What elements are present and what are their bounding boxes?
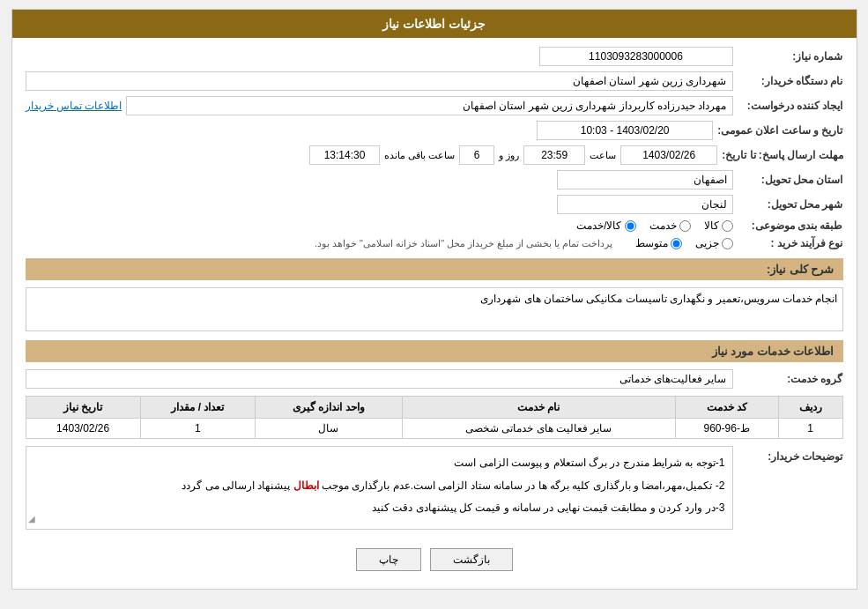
- announce-date-value: 1403/02/20 - 10:03: [537, 121, 713, 140]
- purchase-type-label: نوع فرآیند خرید :: [738, 237, 843, 249]
- print-button[interactable]: چاپ: [356, 548, 421, 571]
- deadline-time-label: ساعت: [590, 150, 616, 161]
- buyer-org-value: شهرداری زرین شهر استان اصفهان: [26, 71, 733, 91]
- note-link-ibtal: ابطال: [293, 479, 319, 492]
- page-title: جزئیات اطلاعات نیاز: [12, 10, 857, 38]
- button-row: بازگشت چاپ: [26, 539, 843, 580]
- radio-kala-khadamat-label: کالا/خدمت: [576, 219, 621, 232]
- province-label: استان محل تحویل:: [738, 174, 843, 186]
- col-header-date: تاریخ نیاز: [26, 397, 140, 419]
- request-number-label: شماره نیاز:: [738, 50, 843, 63]
- radio-matavasset-label: متوسط: [635, 237, 668, 249]
- radio-jozvi-label: جزیی: [695, 237, 719, 249]
- purchase-note: پرداخت تمام یا بخشی از مبلغ خریداز محل "…: [315, 238, 613, 249]
- deadline-date: 1403/02/26: [620, 145, 717, 165]
- province-value: اصفهان: [557, 170, 733, 189]
- col-header-code: کد خدمت: [675, 397, 778, 419]
- buyer-notes-label: توضیحات خریدار:: [738, 450, 843, 463]
- resize-handle-notes[interactable]: ◢: [28, 511, 35, 527]
- deadline-remaining-label: ساعت باقی مانده: [384, 150, 455, 161]
- table-cell-qty: 1: [140, 419, 255, 439]
- radio-jozvi[interactable]: [722, 238, 733, 249]
- col-header-name: نام خدمت: [402, 397, 675, 419]
- radio-matavasset[interactable]: [671, 238, 682, 249]
- deadline-remaining: 13:14:30: [309, 145, 380, 165]
- city-label: شهر محل تحویل:: [738, 198, 843, 211]
- deadline-days: 6: [459, 145, 494, 165]
- requester-value: مهرداد حیدرزاده کاربرداز شهرداری زرین شه…: [126, 96, 732, 115]
- buyer-org-label: نام دستگاه خریدار:: [738, 75, 843, 87]
- col-header-row: ردیف: [778, 397, 842, 419]
- table-cell-row: 1: [778, 419, 842, 439]
- category-radio-group: کالا خدمت کالا/خدمت: [26, 219, 733, 232]
- buyer-note-line-3: 3-در وارد کردن و مطابقت قیمت نهایی در سا…: [33, 499, 725, 518]
- services-table: ردیف کد خدمت نام خدمت واحد اندازه گیری ت…: [26, 396, 843, 439]
- deadline-time: 23:59: [523, 145, 585, 165]
- need-summary-section-header: شرح کلی نیاز:: [26, 258, 843, 280]
- radio-kala-label: کالا: [704, 219, 719, 232]
- request-number-value: 1103093283000006: [539, 47, 733, 66]
- table-cell-code: ط-96-960: [675, 419, 778, 439]
- purchase-type-radio-group: جزیی متوسط پرداخت تمام یا بخشی از مبلغ خ…: [26, 237, 733, 249]
- deadline-days-label: روز و: [499, 150, 519, 161]
- radio-khadamat-label: خدمت: [649, 219, 677, 232]
- city-value: لنجان: [557, 195, 733, 214]
- buyer-note-line-2: 2- تکمیل،مهر،امضا و بارگذاری کلیه برگه ه…: [33, 477, 725, 496]
- back-button[interactable]: بازگشت: [430, 548, 513, 571]
- service-group-label: گروه خدمت:: [738, 373, 843, 385]
- deadline-label: مهلت ارسال پاسخ: تا تاریخ:: [722, 149, 842, 161]
- col-header-unit: واحد اندازه گیری: [255, 397, 402, 419]
- buyer-notes-box: 1-توجه به شرایط مندرج در برگ استعلام و پ…: [26, 446, 733, 530]
- table-cell-name: سایر فعالیت های خدماتی شخصی: [402, 419, 675, 439]
- table-cell-unit: سال: [255, 419, 402, 439]
- service-group-value: سایر فعالیت‌های خدماتی: [26, 369, 733, 389]
- col-header-qty: تعداد / مقدار: [140, 397, 255, 419]
- buyer-note-line-1: 1-توجه به شرایط مندرج در برگ استعلام و پ…: [33, 454, 725, 473]
- requester-contact-link[interactable]: اطلاعات تماس خریدار: [26, 100, 122, 112]
- table-cell-date: 1403/02/26: [26, 419, 140, 439]
- radio-kala[interactable]: [722, 220, 733, 232]
- radio-kala-khadamat[interactable]: [625, 220, 636, 232]
- services-section-header: اطلاعات خدمات مورد نیاز: [26, 340, 843, 362]
- table-row: 1ط-96-960سایر فعالیت های خدماتی شخصیسال1…: [26, 419, 842, 439]
- requester-label: ایجاد کننده درخواست:: [738, 100, 843, 112]
- need-summary-value: انجام خدمات سرویس،تعمیر و نگهداری تاسیسا…: [26, 287, 843, 331]
- category-label: طبقه بندی موضوعی:: [738, 219, 843, 232]
- announce-date-label: تاریخ و ساعت اعلان عمومی:: [717, 124, 842, 137]
- radio-khadamat[interactable]: [679, 220, 691, 232]
